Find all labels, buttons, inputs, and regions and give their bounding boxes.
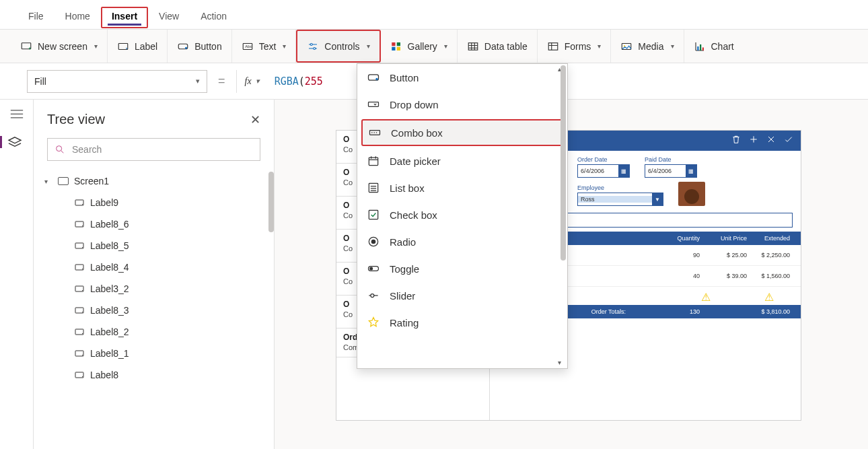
order-company: Co (343, 244, 353, 252)
dropdown-item-slider[interactable]: Slider (357, 282, 567, 309)
formula-arg: 255 (305, 75, 323, 88)
paid-date-picker[interactable]: 6/4/2006 ▦ (645, 164, 697, 178)
ribbon-gallery[interactable]: Gallery ▾ (381, 30, 458, 63)
ribbon-label[interactable]: Label (108, 30, 168, 63)
dropdown-item-listbox[interactable]: List box (357, 174, 567, 201)
tab-insert[interactable]: Insert (101, 7, 148, 28)
chevron-down-icon: ▾ (671, 42, 674, 50)
ribbon-controls[interactable]: Controls ▾ (296, 30, 380, 63)
dropdown-item-dropdown[interactable]: Drop down (357, 91, 567, 118)
ribbon-chart[interactable]: Chart (684, 30, 744, 63)
dropdown-scrollbar-thumb[interactable] (560, 65, 566, 261)
line-unit: $ 25.00 (700, 252, 747, 258)
dropdown-item-radio[interactable]: Radio (357, 228, 567, 255)
svg-rect-12 (468, 42, 478, 50)
tree-scrollbar-thumb[interactable] (268, 172, 274, 232)
svg-point-3 (185, 46, 187, 48)
tree-view-rail-button[interactable] (0, 136, 33, 148)
ribbon-data-table-label: Data table (484, 41, 528, 52)
ribbon: New screen ▾ Label Button Abc Text ▾ Con… (0, 30, 868, 63)
button-icon (177, 40, 189, 53)
tree-node[interactable]: Label8 (34, 364, 274, 386)
search-icon (55, 144, 65, 155)
tree-node-screen1-label: Screen1 (74, 176, 109, 186)
equals-sign: = (214, 74, 229, 88)
formula-open-paren: ( (299, 75, 305, 88)
trash-icon[interactable] (731, 134, 742, 147)
dropdown-item-checkbox[interactable]: Check box (357, 201, 567, 228)
chevron-down-icon: ▾ (94, 42, 98, 50)
dropdown-item-rating[interactable]: Rating (357, 309, 567, 336)
tree-view-title: Tree view (47, 112, 105, 127)
cancel-icon[interactable] (766, 134, 776, 147)
ribbon-text[interactable]: Abc Text ▾ (232, 30, 297, 63)
svg-point-40 (371, 240, 376, 244)
tree-node[interactable]: Label8_6 (34, 213, 274, 235)
tree-node[interactable]: Label9 (34, 192, 274, 213)
dropdown-item-button[interactable]: Button (357, 64, 567, 91)
label-icon (74, 370, 85, 380)
check-icon[interactable] (783, 134, 794, 147)
dropdown-item-combobox[interactable]: Combo box (361, 119, 563, 146)
tab-home[interactable]: Home (55, 7, 101, 28)
tree-node[interactable]: Label3_2 (34, 278, 274, 300)
order-id: O (343, 135, 349, 144)
tree-view-panel: Tree view ✕ Search ▾ Screen1 Label9Label… (34, 100, 275, 449)
line-qty: 90 (653, 252, 700, 258)
svg-rect-8 (392, 42, 395, 46)
tree-node[interactable]: Label8_5 (34, 235, 274, 256)
ribbon-media[interactable]: Media ▾ (611, 30, 684, 63)
label-icon (74, 240, 85, 251)
tab-file[interactable]: File (17, 7, 55, 28)
svg-rect-31 (369, 102, 379, 107)
line-qty: 40 (653, 273, 700, 279)
tree-search-input[interactable]: Search (47, 138, 260, 161)
close-icon[interactable]: ✕ (250, 112, 260, 127)
tree-node[interactable]: Label8_2 (34, 321, 274, 343)
tab-action[interactable]: Action (190, 7, 238, 28)
dropdown-item-label: Toggle (390, 263, 419, 275)
order-company: Co (343, 145, 353, 153)
order-date-picker[interactable]: 6/4/2006 ▦ (577, 164, 630, 178)
ribbon-forms[interactable]: Forms ▾ (538, 30, 612, 63)
plus-icon[interactable] (748, 134, 759, 147)
order-id: O (343, 234, 349, 243)
chevron-down-icon: ▾ (367, 42, 370, 50)
line-unit: $ 39.00 (700, 273, 747, 279)
hamburger-icon[interactable] (9, 109, 24, 120)
calendar-icon: ▦ (618, 165, 629, 177)
ribbon-button-text: Button (194, 41, 221, 52)
dropdown-item-label: Button (390, 72, 419, 83)
ribbon-new-screen[interactable]: New screen ▾ (0, 30, 108, 63)
tab-view[interactable]: View (148, 7, 190, 28)
tree-node[interactable]: Label8_1 (34, 343, 274, 364)
svg-point-42 (369, 267, 373, 271)
fx-selector[interactable]: fx ▾ (236, 70, 268, 93)
controls-icon (307, 40, 319, 53)
dropdown-item-toggle[interactable]: Toggle (357, 255, 567, 282)
tree-node-screen1[interactable]: ▾ Screen1 (34, 170, 274, 192)
tree-search-placeholder: Search (72, 144, 102, 155)
dropdown-item-datepicker[interactable]: Date picker (357, 147, 567, 174)
svg-point-7 (314, 47, 316, 49)
property-selector[interactable]: Fill ▾ (27, 70, 207, 93)
scroll-down-icon[interactable]: ▾ (558, 359, 566, 367)
tree-node[interactable]: Label8_3 (34, 300, 274, 321)
order-id: O (343, 267, 349, 276)
order-company: Co (343, 211, 353, 219)
ribbon-button[interactable]: Button (168, 30, 231, 63)
collapse-icon[interactable]: ▾ (44, 178, 52, 185)
toggle-icon (367, 262, 380, 275)
svg-rect-11 (396, 46, 400, 50)
employee-combo[interactable]: Ross ▼ (577, 193, 663, 206)
warning-icon: ⚠ (701, 291, 711, 304)
fx-label: fx (245, 76, 252, 87)
radio-icon (367, 235, 380, 248)
col-qty: Quantity (653, 235, 700, 242)
tree-node[interactable]: Label8_4 (34, 256, 274, 278)
formula-input[interactable]: RGBA ( 255 (275, 75, 323, 88)
controls-dropdown: ▴ Button Drop down Combo box Date picker… (357, 63, 568, 369)
media-icon (620, 40, 632, 53)
ribbon-data-table[interactable]: Data table (458, 30, 538, 63)
order-company: Co (343, 277, 353, 285)
